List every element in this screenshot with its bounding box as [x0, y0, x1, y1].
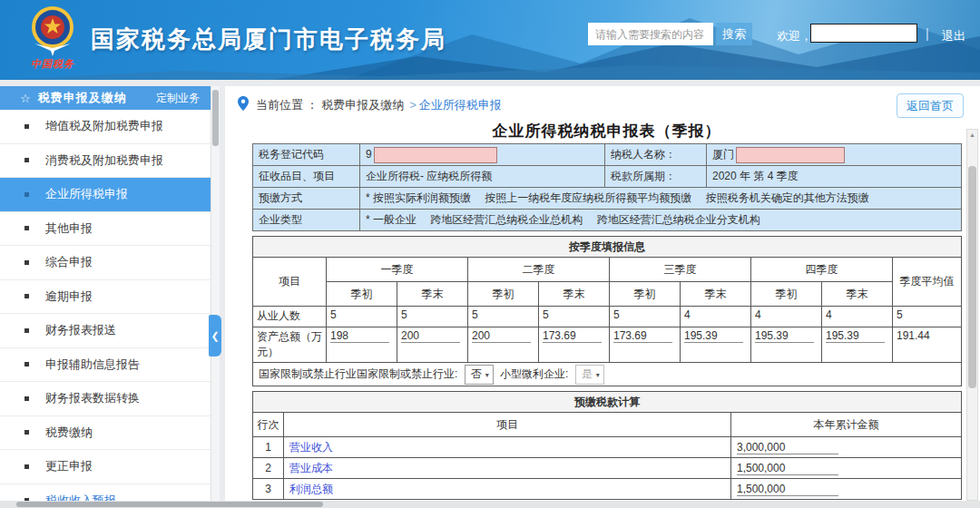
search-button[interactable]: 搜索 — [716, 23, 752, 45]
sidebar-item-comprehensive[interactable]: 综合申报 — [0, 246, 211, 280]
industry-flags-row: 国家限制或禁止行业国家限制或禁止行业: 否▾ 小型微利企业: 是▾ — [253, 363, 962, 386]
employees-q1-begin[interactable]: 5 — [327, 307, 397, 327]
levy-item-value: 企业所得税- 应纳税所得额 — [360, 166, 605, 188]
q4-header: 四季度 — [751, 258, 893, 282]
assets-q1-end[interactable]: 200 — [397, 327, 468, 363]
taxpayer-name-label: 纳税人名称： — [605, 144, 707, 166]
sidebar-item-financial-report[interactable]: 财务报表报送 — [0, 314, 211, 348]
sidebar-item-vat[interactable]: 增值税及附加税费申报 — [0, 110, 211, 144]
back-home-button[interactable]: 返回首页 — [897, 93, 964, 118]
sidebar-item-corporate-income-tax[interactable]: 企业所得税申报 — [0, 178, 211, 212]
assets-q1-begin[interactable]: 198 — [327, 327, 397, 363]
prepaid-tax-table: 预缴税款计算 行次 项目 本年累计金额 1 营业收入 3,000,000 2 营… — [252, 391, 962, 500]
cost-link-cell: 营业成本 — [284, 458, 731, 479]
sidebar-item-other-declaration[interactable]: 其他申报 — [0, 212, 211, 247]
bullet-icon — [24, 158, 29, 162]
redacted-username — [810, 24, 917, 43]
employees-row: 从业人数 5 5 5 5 5 4 4 4 5 — [253, 307, 962, 327]
revenue-amount[interactable]: 3,000,000 — [731, 437, 962, 458]
prepay-method-options[interactable]: * 按照实际利润额预缴 按照上一纳税年度应纳税所得额平均额预缴 按照税务机关确定… — [360, 188, 962, 210]
employees-q4-begin[interactable]: 4 — [751, 307, 822, 327]
bullet-icon — [24, 294, 29, 298]
employees-q4-end[interactable]: 4 — [822, 307, 893, 327]
header-divider: | — [926, 26, 929, 41]
sidebar-item-revenue-forecast[interactable]: 税收收入预报 — [0, 484, 211, 502]
cost-link[interactable]: 营业成本 — [289, 462, 333, 474]
restricted-industry-select[interactable]: 否▾ — [465, 365, 494, 385]
assets-q4-end[interactable]: 195.39 — [822, 327, 893, 363]
q2-header: 二季度 — [468, 258, 610, 282]
assets-average: 191.44 — [893, 327, 962, 363]
profit-amount[interactable]: 1,500,000 — [731, 479, 962, 500]
bullet-icon — [24, 124, 29, 129]
sidebar-item-aux-info-report[interactable]: 申报辅助信息报告 — [0, 348, 211, 383]
employees-label: 从业人数 — [253, 307, 327, 327]
enterprise-type-options[interactable]: * 一般企业 跨地区经营汇总纳税企业总机构 跨地区经营汇总纳税企业分支机构 — [360, 210, 962, 231]
prepaid-section-title: 预缴税款计算 — [253, 392, 962, 413]
sidebar-item-tax-payment[interactable]: 税费缴纳 — [0, 416, 211, 451]
restricted-industry-label: 国家限制或禁止行业国家限制或禁止行业: — [259, 367, 457, 380]
employees-q3-end[interactable]: 4 — [681, 307, 751, 327]
assets-q2-end[interactable]: 173.69 — [539, 327, 610, 363]
tax-period-value: 2020 年 第 4 季度 — [707, 166, 962, 188]
horizontal-scrollbar-thumb[interactable] — [16, 502, 323, 507]
small-micro-select[interactable]: 是▾ — [575, 365, 604, 385]
logout-button[interactable]: 退出 — [942, 28, 965, 44]
revenue-link[interactable]: 营业收入 — [289, 441, 333, 454]
reg-code-prefix: 9 — [366, 148, 372, 161]
vertical-scrollbar-thumb[interactable] — [968, 166, 976, 388]
assets-q3-begin[interactable]: 173.69 — [610, 327, 681, 363]
bullet-icon — [24, 226, 29, 230]
top-header: 中国税务 国家税务总局厦门市电子税务局 搜索 欢迎， | 退出 — [0, 0, 980, 80]
row-no: 2 — [253, 458, 284, 479]
q2-end-header: 季末 — [539, 282, 610, 307]
sidebar-item-consumption-tax[interactable]: 消费税及附加税费申报 — [0, 144, 211, 179]
taxpayer-name-prefix: 厦门 — [712, 148, 734, 161]
prepay-method-label: 预缴方式 — [253, 188, 360, 210]
sidebar: ☆ 税费申报及缴纳 定制业务 增值税及附加税费申报 消费税及附加税费申报 企业所… — [0, 86, 211, 501]
custom-business-link[interactable]: 定制业务 — [156, 91, 200, 106]
q3-begin-header: 季初 — [610, 282, 681, 307]
table-row-profit: 3 利润总额 1,500,000 — [253, 479, 962, 500]
breadcrumb-separator: > — [409, 98, 416, 112]
sidebar-scrollbar[interactable] — [211, 86, 220, 501]
employees-q3-begin[interactable]: 5 — [610, 307, 681, 327]
page-horizontal-scrollbar[interactable] — [0, 501, 980, 508]
chevron-down-icon: ▾ — [485, 371, 489, 379]
sidebar-item-data-conversion[interactable]: 财务报表数据转换 — [0, 382, 211, 416]
sidebar-scrollbar-thumb[interactable] — [212, 90, 219, 146]
employees-average: 5 — [893, 307, 962, 327]
sidebar-collapse-button[interactable]: ❮ — [209, 315, 221, 357]
scroll-up-icon[interactable]: ▲ — [967, 132, 977, 138]
national-emblem-icon — [29, 5, 76, 56]
sidebar-title: 税费申报及缴纳 — [38, 90, 156, 106]
assets-q4-begin[interactable]: 195.39 — [751, 327, 822, 363]
col-item-header: 项目 — [284, 413, 731, 437]
content-vertical-scrollbar[interactable]: ▲ — [966, 129, 978, 501]
small-micro-label: 小型微利企业: — [500, 367, 568, 380]
table-row: 预缴方式 * 按照实际利润额预缴 按照上一纳税年度应纳税所得额平均额预缴 按照税… — [253, 188, 962, 210]
q1-end-header: 季末 — [397, 282, 468, 307]
chevron-down-icon: ▾ — [596, 371, 600, 379]
avg-col-header: 季度平均值 — [893, 258, 962, 307]
reg-code-value-cell: 9 — [360, 144, 605, 166]
profit-link[interactable]: 利润总额 — [289, 483, 333, 495]
table-row: 税务登记代码 9 纳税人名称： 厦门 — [253, 144, 962, 166]
cost-amount[interactable]: 1,500,000 — [731, 458, 962, 479]
sidebar-item-overdue[interactable]: 逾期申报 — [0, 280, 211, 315]
q4-begin-header: 季初 — [751, 282, 822, 307]
sidebar-item-correction[interactable]: 更正申报 — [0, 450, 211, 484]
assets-label: 资产总额（万元） — [253, 327, 327, 363]
reg-code-label: 税务登记代码 — [253, 144, 360, 166]
location-pin-icon — [238, 96, 249, 113]
employees-q2-begin[interactable]: 5 — [468, 307, 539, 327]
tax-bureau-logo: 中国税务 — [24, 5, 82, 74]
breadcrumb-current-link[interactable]: 企业所得税申报 — [419, 97, 502, 113]
employees-q2-end[interactable]: 5 — [539, 307, 610, 327]
assets-q3-end[interactable]: 195.39 — [681, 327, 751, 363]
logo-text: 中国税务 — [24, 57, 82, 71]
search-input[interactable] — [588, 23, 713, 45]
breadcrumb: 当前位置 ： 税费申报及缴纳 > 企业所得税申报 — [238, 96, 502, 113]
employees-q1-end[interactable]: 5 — [397, 307, 468, 327]
assets-q2-begin[interactable]: 200 — [468, 327, 539, 363]
